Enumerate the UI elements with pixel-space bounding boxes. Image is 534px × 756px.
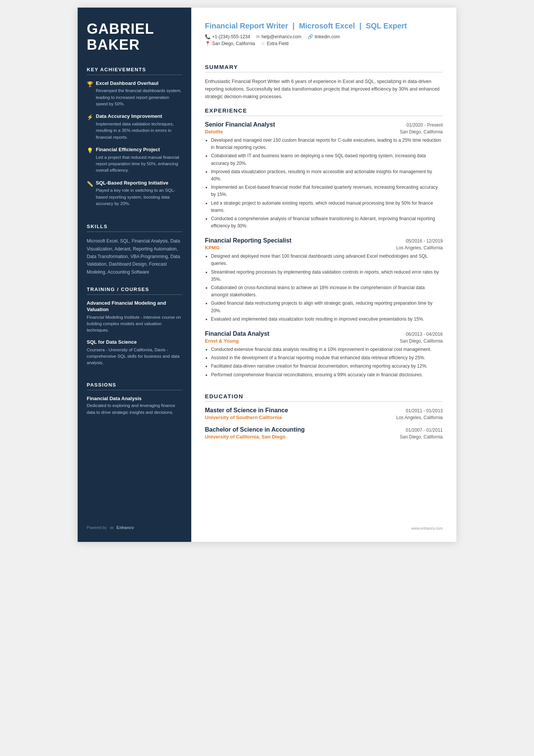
- exp-dates: 06/2013 - 04/2016: [406, 332, 443, 337]
- exp-header: Financial Data Analyst 06/2013 - 04/2016: [205, 330, 443, 337]
- last-name: BAKER: [87, 37, 182, 53]
- edu-dates: 01/2011 - 01/2013: [406, 408, 443, 413]
- list-item: Conducted a comprehensive analysis of fi…: [211, 215, 443, 230]
- skills-title: SKILLS: [87, 224, 182, 232]
- website: www.enhancv.com: [411, 526, 443, 531]
- list-item: Improved data visualization practices, r…: [211, 168, 443, 183]
- exp-company: Deloitte: [205, 129, 223, 135]
- edu-item: Master of Science in Finance 01/2011 - 0…: [205, 407, 443, 420]
- passion-desc: Dedicated to exploring and leveraging fi…: [87, 402, 182, 416]
- experience-section: EXPERIENCE Senior Financial Analyst 01/2…: [205, 100, 443, 386]
- achievement-content: Excel Dashboard Overhaul Revamped the fi…: [96, 80, 182, 108]
- achievement-title: Excel Dashboard Overhaul: [96, 80, 182, 87]
- achievement-desc: Played a key role in switching to an SQL…: [96, 187, 182, 207]
- linkedin-value: linkedin.com: [315, 34, 340, 39]
- passion-title: Financial Data Analysis: [87, 396, 182, 401]
- achievement-icon: ⚡: [87, 114, 93, 120]
- email-value: help@enhancv.com: [261, 34, 301, 39]
- extra-contact: ☆ Extra Field: [261, 41, 288, 46]
- exp-bullets: Developed and managed over 150 custom fi…: [205, 137, 443, 230]
- achievement-icon: 🏆: [87, 81, 93, 87]
- achievement-desc: Revamped the financial dashboards system…: [96, 88, 182, 107]
- linkedin-contact: 🔗 linkedin.com: [308, 34, 340, 39]
- education-title: EDUCATION: [205, 393, 443, 402]
- list-item: Evaluated and implemented data visualiza…: [211, 316, 443, 323]
- main-footer: www.enhancv.com: [205, 519, 443, 531]
- experience-list: Senior Financial Analyst 01/2020 - Prese…: [205, 121, 443, 379]
- phone-value: +1-(234)-555-1234: [212, 34, 250, 39]
- title-part3: SQL Expert: [366, 22, 407, 30]
- skills-section: SKILLS Microsoft Excel, SQL, Financial A…: [87, 224, 182, 276]
- list-item: Streamlined reporting processes by imple…: [211, 269, 443, 283]
- edu-degree: Bachelor of Science in Accounting: [205, 426, 304, 433]
- list-item: Facilitated data-driven narrative creati…: [211, 363, 443, 370]
- edu-header: Bachelor of Science in Accounting 01/200…: [205, 426, 443, 433]
- linkedin-icon: 🔗: [308, 34, 313, 39]
- education-section: EDUCATION Master of Science in Finance 0…: [205, 386, 443, 446]
- sidebar: GABRIEL BAKER KEY ACHIEVEMENTS 🏆 Excel D…: [78, 8, 191, 542]
- job-title: Financial Report Writer | Microsoft Exce…: [205, 21, 443, 30]
- list-item: Collaborated with IT and business teams …: [211, 152, 443, 167]
- list-item: Implemented an Excel-based financial mod…: [211, 184, 443, 198]
- exp-subrow: Ernst & Young San Diego, California: [205, 338, 443, 344]
- skills-text: Microsoft Excel, SQL, Financial Analysis…: [87, 237, 182, 276]
- list-item: Assisted in the development of a financi…: [211, 354, 443, 362]
- list-item: Conducted extensive financial data analy…: [211, 346, 443, 353]
- achievement-desc: Led a project that reduced manual financ…: [96, 154, 182, 174]
- achievement-content: Financial Efficiency Project Led a proje…: [96, 147, 182, 174]
- training-desc: Coursera - University of California, Dav…: [87, 347, 182, 366]
- exp-title: Financial Reporting Specialist: [205, 237, 292, 244]
- achievements-section: KEY ACHIEVEMENTS 🏆 Excel Dashboard Overh…: [87, 67, 182, 213]
- edu-subrow: University of Southern California Los An…: [205, 415, 443, 420]
- exp-bullets: Conducted extensive financial data analy…: [205, 346, 443, 379]
- education-list: Master of Science in Finance 01/2011 - 0…: [205, 407, 443, 440]
- sidebar-footer: Powered by ∞ Enhancv: [87, 517, 182, 531]
- exp-location: Los Angeles, California: [396, 245, 443, 250]
- achievement-item: ✏️ SQL-Based Reporting Initiative Played…: [87, 180, 182, 207]
- list-item: Guided financial data restructuring proj…: [211, 300, 443, 314]
- email-icon: ✉: [256, 34, 260, 39]
- exp-subrow: KPMG Los Angeles, California: [205, 245, 443, 250]
- summary-section: SUMMARY Enthusiastic Financial Report Wr…: [205, 57, 443, 100]
- location-icon: 📍: [205, 41, 211, 46]
- edu-location: Los Angeles, California: [396, 415, 443, 420]
- experience-title: EXPERIENCE: [205, 107, 443, 116]
- exp-title: Financial Data Analyst: [205, 330, 269, 337]
- exp-location: San Diego, California: [400, 338, 443, 344]
- location-contact: 📍 San Diego, California: [205, 41, 255, 46]
- achievement-content: Data Accuracy Improvement Implemented da…: [96, 113, 182, 141]
- achievement-title: Financial Efficiency Project: [96, 147, 182, 153]
- phone-contact: 📞 +1-(234)-555-1234: [205, 34, 250, 39]
- passions-title: PASSIONS: [87, 382, 182, 390]
- achievement-icon: ✏️: [87, 181, 93, 187]
- main-content: Financial Report Writer | Microsoft Exce…: [191, 8, 456, 542]
- achievement-item: 🏆 Excel Dashboard Overhaul Revamped the …: [87, 80, 182, 108]
- summary-title: SUMMARY: [205, 64, 443, 72]
- exp-dates: 05/2016 - 12/2019: [406, 238, 443, 244]
- location-value: San Diego, California: [212, 41, 255, 46]
- phone-icon: 📞: [205, 34, 211, 39]
- exp-company: Ernst & Young: [205, 338, 239, 344]
- training-list: Advanced Financial Modeling and Valuatio…: [87, 300, 182, 366]
- training-title: SQL for Data Science: [87, 339, 182, 346]
- exp-subrow: Deloitte San Diego, California: [205, 129, 443, 135]
- exp-dates: 01/2020 - Present: [407, 122, 443, 128]
- exp-company: KPMG: [205, 245, 220, 250]
- contact-row-2: 📍 San Diego, California ☆ Extra Field: [205, 41, 443, 46]
- training-desc: Financial Modeling Institute - intensive…: [87, 314, 182, 334]
- training-item: Advanced Financial Modeling and Valuatio…: [87, 300, 182, 334]
- list-item: Designed and deployed more than 100 fina…: [211, 253, 443, 267]
- first-name: GABRIEL: [87, 21, 182, 37]
- passion-item: Financial Data Analysis Dedicated to exp…: [87, 396, 182, 416]
- list-item: Performed comprehensive financial reconc…: [211, 371, 443, 379]
- edu-item: Bachelor of Science in Accounting 01/200…: [205, 426, 443, 440]
- contact-row-1: 📞 +1-(234)-555-1234 ✉ help@enhancv.com 🔗…: [205, 34, 443, 39]
- edu-location: San Diego, California: [400, 434, 443, 440]
- email-contact: ✉ help@enhancv.com: [256, 34, 301, 39]
- exp-header: Financial Reporting Specialist 05/2016 -…: [205, 237, 443, 244]
- title-part2: Microsoft Excel: [299, 22, 355, 30]
- achievement-icon: 💡: [87, 147, 93, 153]
- resume-container: GABRIEL BAKER KEY ACHIEVEMENTS 🏆 Excel D…: [78, 8, 456, 542]
- passions-section: PASSIONS Financial Data Analysis Dedicat…: [87, 382, 182, 416]
- pipe1: |: [292, 22, 295, 30]
